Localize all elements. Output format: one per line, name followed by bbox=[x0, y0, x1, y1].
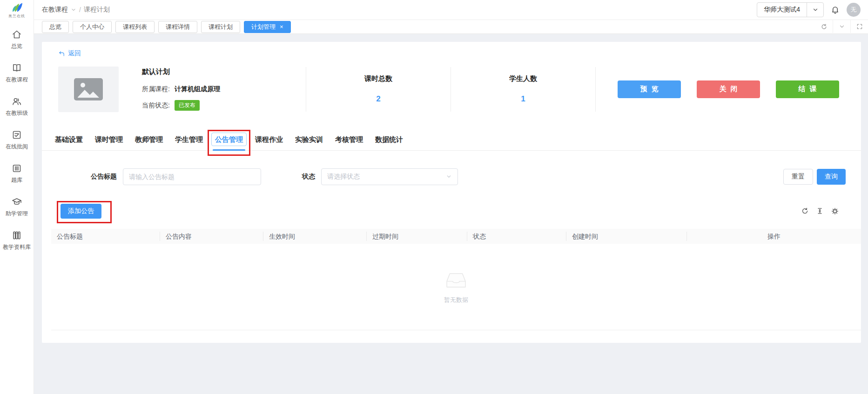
column-header: 公告内容 bbox=[160, 232, 263, 241]
plan-tab-data-statistics[interactable]: 数据统计 bbox=[375, 135, 403, 150]
status-label: 当前状态: bbox=[142, 101, 170, 110]
main-area: 在教课程 / 课程计划 华师大测试4 无 总览 个人 bbox=[34, 0, 868, 394]
plan-tab-basic-settings[interactable]: 基础设置 bbox=[55, 135, 83, 150]
status-badge: 已发布 bbox=[175, 100, 200, 111]
back-button[interactable]: 返回 bbox=[58, 49, 81, 58]
announcement-toolbar: 添加公告 bbox=[61, 204, 839, 219]
app-logo: 奥兰在线 bbox=[0, 0, 34, 20]
fullscreen-icon[interactable] bbox=[850, 20, 868, 33]
empty-box-icon bbox=[443, 269, 470, 290]
course-value: 计算机组成原理 bbox=[175, 85, 220, 93]
search-button[interactable]: 查询 bbox=[817, 169, 846, 185]
refresh-icon[interactable] bbox=[801, 207, 809, 215]
tab-course-detail[interactable]: 课程详情 bbox=[158, 21, 197, 33]
logo-leaf-icon bbox=[8, 2, 25, 13]
plan-tab-teacher-management[interactable]: 教师管理 bbox=[135, 135, 163, 150]
chevron-down-icon[interactable] bbox=[833, 20, 850, 33]
book-icon bbox=[11, 62, 22, 73]
tab-plan-management[interactable]: 计划管理 × bbox=[244, 21, 291, 33]
close-plan-button[interactable]: 关闭 bbox=[697, 80, 760, 98]
column-header: 过期时间 bbox=[367, 232, 467, 241]
finish-course-button[interactable]: 结课 bbox=[776, 80, 839, 98]
plan-tab-assessment-management[interactable]: 考核管理 bbox=[335, 135, 363, 150]
sidebar-nav: 总览 在教课程 在教班级 在线批阅 bbox=[0, 20, 34, 263]
tab-course-plan[interactable]: 课程计划 bbox=[201, 21, 240, 33]
empty-text: 暂无数据 bbox=[444, 296, 468, 304]
table-empty-state: 暂无数据 bbox=[51, 244, 861, 330]
plan-tab-lesson-management[interactable]: 课时管理 bbox=[95, 135, 123, 150]
column-header: 公告标题 bbox=[51, 232, 160, 241]
close-tab-icon[interactable]: × bbox=[280, 24, 283, 30]
topbar-right: 华师大测试4 无 bbox=[757, 2, 861, 17]
stat-value: 2 bbox=[306, 94, 451, 104]
sidebar-item-courses[interactable]: 在教课程 bbox=[6, 62, 28, 84]
sidebar-item-overview[interactable]: 总览 bbox=[11, 29, 22, 50]
announcement-title-input[interactable] bbox=[123, 168, 261, 185]
stat-label: 课时总数 bbox=[306, 74, 451, 83]
column-header: 生效时间 bbox=[263, 232, 367, 241]
tabbar-tools bbox=[815, 20, 868, 33]
sidebar-item-learning-support[interactable]: 助学管理 bbox=[6, 196, 28, 218]
settings-gear-icon[interactable] bbox=[831, 207, 839, 215]
image-placeholder-icon bbox=[74, 78, 103, 100]
plan-actions: 预览 关闭 结课 bbox=[596, 80, 861, 98]
question-bank-icon bbox=[11, 163, 22, 174]
breadcrumb-current: 课程计划 bbox=[84, 6, 110, 14]
plan-card: 返回 默认计划 所属课程: bbox=[42, 42, 861, 343]
grad-cap-icon bbox=[11, 196, 22, 207]
status-select[interactable]: 请选择状态 bbox=[321, 168, 458, 185]
topbar: 在教课程 / 课程计划 华师大测试4 无 bbox=[34, 0, 868, 20]
avatar[interactable]: 无 bbox=[847, 3, 861, 17]
tab-course-list[interactable]: 课程列表 bbox=[115, 21, 155, 33]
class-icon bbox=[11, 96, 22, 107]
tab-personal-center[interactable]: 个人中心 bbox=[73, 21, 112, 33]
title-filter-label: 公告标题 bbox=[91, 173, 117, 181]
column-header: 状态 bbox=[467, 232, 566, 241]
table-header-row: 公告标题 公告内容 生效时间 过期时间 状态 创建时间 操作 bbox=[51, 229, 861, 244]
status-filter-label: 状态 bbox=[302, 173, 315, 181]
sidebar-item-label: 在教班级 bbox=[6, 109, 28, 117]
sidebar-item-classes[interactable]: 在教班级 bbox=[6, 96, 28, 117]
back-icon bbox=[58, 50, 65, 57]
sidebar-item-teaching-library[interactable]: 教学资料库 bbox=[3, 230, 31, 251]
library-icon bbox=[11, 230, 22, 241]
course-label: 所属课程: bbox=[142, 85, 170, 93]
content-area: 返回 默认计划 所属课程: bbox=[34, 34, 868, 394]
chevron-down-icon bbox=[812, 7, 819, 13]
sidebar-item-label: 助学管理 bbox=[6, 210, 28, 218]
breadcrumb-parent[interactable]: 在教课程 bbox=[42, 6, 68, 14]
refresh-icon[interactable] bbox=[815, 20, 833, 33]
sidebar-item-question-bank[interactable]: 题库 bbox=[11, 163, 22, 184]
breadcrumb-separator: / bbox=[79, 6, 81, 13]
reset-button[interactable]: 重置 bbox=[783, 169, 813, 185]
column-header: 操作 bbox=[687, 232, 861, 241]
review-icon bbox=[11, 129, 22, 140]
org-selector-value: 华师大测试4 bbox=[757, 6, 807, 14]
plan-title: 默认计划 bbox=[142, 67, 306, 76]
notification-bell-icon[interactable] bbox=[831, 6, 840, 14]
sidebar-item-label: 在教课程 bbox=[6, 76, 28, 84]
sidebar-item-label: 总览 bbox=[11, 42, 22, 50]
chevron-down-icon bbox=[446, 174, 452, 180]
page: 奥兰在线 总览 在教课程 在教班级 bbox=[0, 0, 868, 394]
plan-tab-student-management[interactable]: 学生管理 bbox=[175, 135, 203, 150]
add-announcement-button[interactable]: 添加公告 bbox=[61, 204, 101, 219]
announcement-filters: 公告标题 状态 请选择状态 重置 查询 bbox=[91, 168, 846, 185]
breadcrumb: 在教课程 / 课程计划 bbox=[42, 6, 110, 14]
row-height-icon[interactable] bbox=[816, 207, 824, 215]
preview-button[interactable]: 预览 bbox=[618, 80, 681, 98]
plan-tab-experiment-training[interactable]: 实验实训 bbox=[295, 135, 323, 150]
sidebar-item-review[interactable]: 在线批阅 bbox=[6, 129, 28, 151]
sidebar-item-label: 题库 bbox=[11, 176, 22, 184]
home-icon bbox=[11, 29, 22, 40]
status-select-placeholder: 请选择状态 bbox=[327, 173, 360, 181]
plan-tab-course-homework[interactable]: 课程作业 bbox=[255, 135, 283, 150]
org-selector-caret[interactable] bbox=[807, 3, 823, 17]
org-selector[interactable]: 华师大测试4 bbox=[757, 2, 824, 17]
plan-tabs-bar: 基础设置 课时管理 教师管理 学生管理 公告管理 课程作业 实验实训 考核管理 … bbox=[42, 135, 861, 151]
chevron-down-icon[interactable] bbox=[71, 7, 76, 13]
plan-info: 默认计划 所属课程: 计算机组成原理 当前状态: 已发布 bbox=[142, 67, 306, 111]
tab-overview[interactable]: 总览 bbox=[42, 21, 69, 33]
plan-tab-announcement-management[interactable]: 公告管理 bbox=[215, 135, 243, 150]
open-tabs-bar: 总览 个人中心 课程列表 课程详情 课程计划 计划管理 × bbox=[34, 20, 868, 34]
